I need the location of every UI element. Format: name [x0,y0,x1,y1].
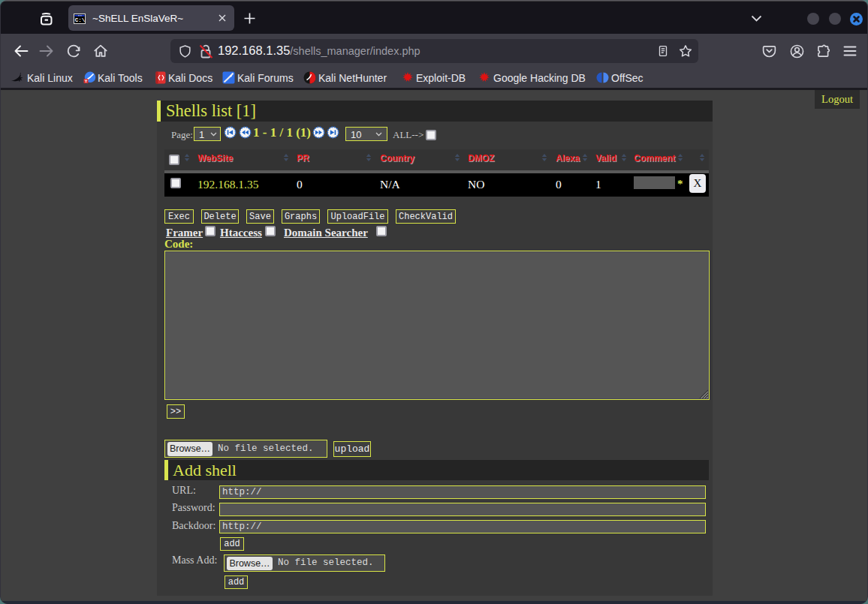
svg-text:C:\: C:\ [75,17,86,23]
